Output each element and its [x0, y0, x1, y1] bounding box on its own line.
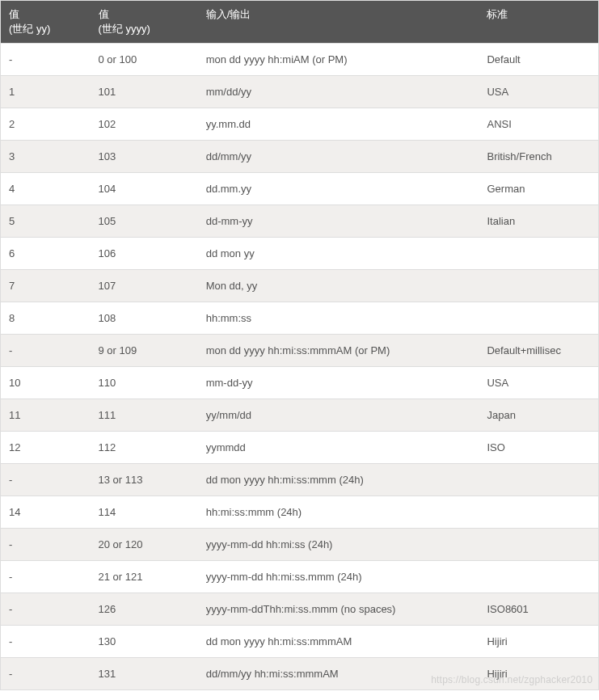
table-cell: 3	[1, 141, 91, 173]
table-cell: hh:mm:ss	[198, 302, 479, 335]
table-body: -0 or 100mon dd yyyy hh:miAM (or PM)Defa…	[1, 44, 599, 690]
table-cell: 20 or 120	[91, 529, 198, 561]
table-cell: ANSI	[479, 108, 598, 141]
table-row: 7107Mon dd, yy	[1, 270, 599, 302]
header-input-output: 输入/输出	[198, 1, 479, 44]
table-cell	[479, 302, 598, 335]
table-cell: USA	[479, 367, 598, 399]
table-cell: yymmdd	[198, 432, 479, 464]
table-cell: -	[1, 464, 91, 496]
table-cell: mm-dd-yy	[198, 367, 479, 399]
table-cell: mon dd yyyy hh:miAM (or PM)	[198, 44, 479, 76]
table-cell: yyyy-mm-dd hh:mi:ss.mmm (24h)	[198, 561, 479, 593]
table-cell: -	[1, 658, 91, 690]
date-format-table: 值 (世纪 yy) 值 (世纪 yyyy) 输入/输出 标准 -0 or 100…	[0, 0, 599, 690]
table-cell	[479, 496, 598, 529]
table-row: -21 or 121yyyy-mm-dd hh:mi:ss.mmm (24h)	[1, 561, 599, 593]
table-row: 14114hh:mi:ss:mmm (24h)	[1, 496, 599, 529]
table-cell: 9 or 109	[91, 335, 198, 367]
table-cell: 21 or 121	[91, 561, 198, 593]
table-cell: -	[1, 561, 91, 593]
table-row: 10110mm-dd-yyUSA	[1, 367, 599, 399]
table-row: 6106dd mon yy	[1, 238, 599, 270]
table-cell: -	[1, 626, 91, 658]
table-row: -130dd mon yyyy hh:mi:ss:mmmAMHijiri	[1, 626, 599, 658]
table-cell: Hijiri	[479, 658, 598, 690]
table-cell: 114	[91, 496, 198, 529]
table-row: -0 or 100mon dd yyyy hh:miAM (or PM)Defa…	[1, 44, 599, 76]
table-cell: -	[1, 335, 91, 367]
table-cell: 6	[1, 238, 91, 270]
table-cell: -	[1, 44, 91, 76]
table-row: -131dd/mm/yy hh:mi:ss:mmmAMHijiri	[1, 658, 599, 690]
table-cell: 1	[1, 76, 91, 108]
table-cell: dd mon yyyy hh:mi:ss:mmm (24h)	[198, 464, 479, 496]
table-cell: dd.mm.yy	[198, 173, 479, 205]
table-cell: dd/mm/yy hh:mi:ss:mmmAM	[198, 658, 479, 690]
table-cell: 0 or 100	[91, 44, 198, 76]
table-cell: 10	[1, 367, 91, 399]
table-cell: Japan	[479, 399, 598, 432]
table-row: 8108hh:mm:ss	[1, 302, 599, 335]
table-cell: hh:mi:ss:mmm (24h)	[198, 496, 479, 529]
table-cell: mm/dd/yy	[198, 76, 479, 108]
table-cell: 105	[91, 205, 198, 238]
table-cell: German	[479, 173, 598, 205]
table-row: 2102yy.mm.ddANSI	[1, 108, 599, 141]
table-cell: ISO	[479, 432, 598, 464]
table-cell	[479, 238, 598, 270]
table-cell: 5	[1, 205, 91, 238]
table-cell: 103	[91, 141, 198, 173]
table-cell: mon dd yyyy hh:mi:ss:mmmAM (or PM)	[198, 335, 479, 367]
header-value-yy-line1: 值	[9, 8, 19, 20]
table-cell: 11	[1, 399, 91, 432]
table-cell: dd/mm/yy	[198, 141, 479, 173]
table-cell: 2	[1, 108, 91, 141]
table-cell: Italian	[479, 205, 598, 238]
table-cell: 131	[91, 658, 198, 690]
table-cell	[479, 561, 598, 593]
table-cell: dd mon yy	[198, 238, 479, 270]
table-cell: ISO8601	[479, 593, 598, 626]
table-cell: 112	[91, 432, 198, 464]
table-row: 3103dd/mm/yyBritish/French	[1, 141, 599, 173]
table-row: -13 or 113dd mon yyyy hh:mi:ss:mmm (24h)	[1, 464, 599, 496]
table-cell: USA	[479, 76, 598, 108]
table-cell: 7	[1, 270, 91, 302]
table-row: 12112yymmddISO	[1, 432, 599, 464]
table-cell: dd mon yyyy hh:mi:ss:mmmAM	[198, 626, 479, 658]
table-cell: 110	[91, 367, 198, 399]
table-cell: yyyy-mm-ddThh:mi:ss.mmm (no spaces)	[198, 593, 479, 626]
header-value-yyyy-line2: (世纪 yyyy)	[99, 23, 150, 35]
table-cell: Mon dd, yy	[198, 270, 479, 302]
header-value-yyyy-line1: 值	[99, 8, 109, 20]
table-cell	[479, 529, 598, 561]
table-cell: 108	[91, 302, 198, 335]
table-cell: -	[1, 593, 91, 626]
table-cell: yy/mm/dd	[198, 399, 479, 432]
table-row: 11111yy/mm/ddJapan	[1, 399, 599, 432]
table-cell: 111	[91, 399, 198, 432]
table-cell: 4	[1, 173, 91, 205]
table-cell	[479, 464, 598, 496]
table-cell: 104	[91, 173, 198, 205]
header-value-yy: 值 (世纪 yy)	[1, 1, 91, 44]
table-cell: 13 or 113	[91, 464, 198, 496]
header-standard: 标准	[479, 1, 598, 44]
header-value-yy-line2: (世纪 yy)	[9, 23, 50, 35]
table-row: -9 or 109mon dd yyyy hh:mi:ss:mmmAM (or …	[1, 335, 599, 367]
table-cell: British/French	[479, 141, 598, 173]
table-cell: Default	[479, 44, 598, 76]
table-cell: 101	[91, 76, 198, 108]
table-cell: -	[1, 529, 91, 561]
table-cell: 106	[91, 238, 198, 270]
table-row: 4104dd.mm.yyGerman	[1, 173, 599, 205]
table-cell: yy.mm.dd	[198, 108, 479, 141]
table-header: 值 (世纪 yy) 值 (世纪 yyyy) 输入/输出 标准	[1, 1, 599, 44]
table-cell: 130	[91, 626, 198, 658]
table-cell: Hijiri	[479, 626, 598, 658]
table-row: 5105dd-mm-yyItalian	[1, 205, 599, 238]
table-cell: Default+millisec	[479, 335, 598, 367]
table-cell: 107	[91, 270, 198, 302]
table-cell: yyyy-mm-dd hh:mi:ss (24h)	[198, 529, 479, 561]
